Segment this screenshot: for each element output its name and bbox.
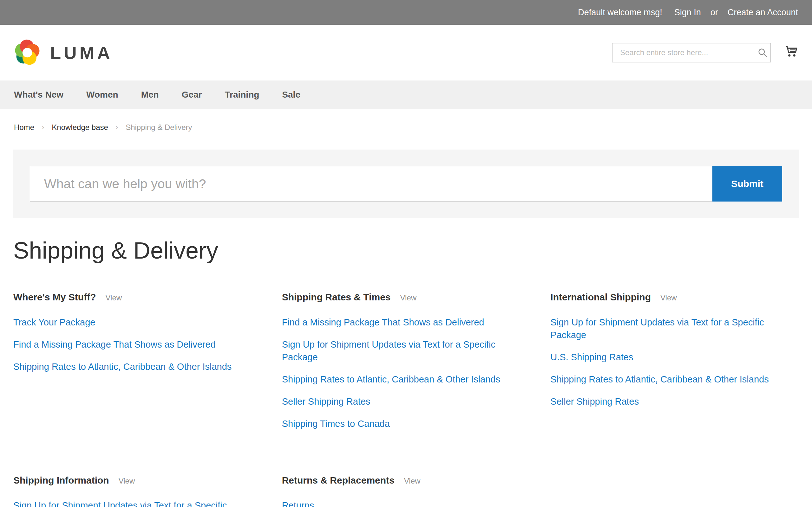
view-link[interactable]: View	[404, 476, 420, 486]
article-link[interactable]: Shipping Rates to Atlantic, Caribbean & …	[550, 374, 768, 384]
article-link[interactable]: Seller Shipping Rates	[282, 396, 370, 406]
category-returns-replacements: Returns & Replacements View Returns	[282, 475, 530, 507]
category-grid: Where's My Stuff? View Track Your Packag…	[13, 292, 799, 507]
category-shipping-information: Shipping Information View Sign Up for Sh…	[13, 475, 262, 507]
article-link[interactable]: Returns	[282, 500, 314, 507]
nav-item-training[interactable]: Training	[224, 90, 259, 100]
list-item: Sign Up for Shipment Updates via Text fo…	[550, 316, 799, 341]
page-title: Shipping & Delivery	[13, 237, 799, 264]
sign-in-link[interactable]: Sign In	[674, 8, 701, 17]
nav-item-men[interactable]: Men	[141, 90, 159, 100]
category-title: Shipping Information	[13, 475, 109, 486]
view-link[interactable]: View	[660, 293, 677, 302]
submit-button[interactable]: Submit	[712, 166, 782, 202]
chevron-right-icon: ›	[42, 123, 44, 131]
category-title: Shipping Rates & Times	[282, 292, 391, 302]
list-item: Sign Up for Shipment Updates via Text fo…	[13, 499, 262, 507]
breadcrumb-knowledge-base[interactable]: Knowledge base	[52, 123, 108, 132]
list-item: Shipping Times to Canada	[282, 417, 530, 430]
article-link[interactable]: Shipping Rates to Atlantic, Caribbean & …	[13, 361, 232, 372]
article-link[interactable]: Find a Missing Package That Shows as Del…	[282, 317, 484, 327]
breadcrumb-home[interactable]: Home	[14, 123, 34, 132]
article-link[interactable]: Find a Missing Package That Shows as Del…	[13, 339, 216, 349]
category-title: Where's My Stuff?	[13, 292, 96, 302]
view-link[interactable]: View	[400, 293, 417, 302]
header: LUMA	[0, 25, 812, 80]
create-account-link[interactable]: Create an Account	[728, 8, 798, 17]
help-search-box: Submit	[13, 150, 799, 218]
main-nav: What's New Women Men Gear Training Sale	[0, 80, 812, 109]
category-shipping-rates-times: Shipping Rates & Times View Find a Missi…	[282, 292, 530, 440]
list-item: Sign Up for Shipment Updates via Text fo…	[282, 338, 530, 363]
list-item: Find a Missing Package That Shows as Del…	[13, 338, 262, 351]
list-item: Seller Shipping Rates	[550, 395, 799, 408]
view-link[interactable]: View	[119, 476, 135, 486]
view-link[interactable]: View	[105, 293, 122, 302]
list-item: Shipping Rates to Atlantic, Caribbean & …	[282, 373, 530, 386]
list-item: Shipping Rates to Atlantic, Caribbean & …	[550, 373, 799, 386]
list-item: Returns	[282, 499, 530, 507]
article-link[interactable]: Shipping Rates to Atlantic, Caribbean & …	[282, 374, 500, 384]
luma-logo-icon	[13, 39, 41, 66]
cart-icon[interactable]	[784, 44, 799, 59]
category-title: Returns & Replacements	[282, 475, 395, 486]
store-search	[612, 43, 771, 62]
list-item: Track Your Package	[13, 316, 262, 329]
nav-item-women[interactable]: Women	[86, 90, 118, 100]
category-title: International Shipping	[550, 292, 651, 302]
store-search-input[interactable]	[612, 43, 771, 62]
help-search-input[interactable]	[30, 166, 712, 202]
category-wheres-my-stuff: Where's My Stuff? View Track Your Packag…	[13, 292, 262, 383]
list-item: Shipping Rates to Atlantic, Caribbean & …	[13, 360, 262, 373]
article-link[interactable]: Sign Up for Shipment Updates via Text fo…	[282, 339, 496, 362]
nav-item-sale[interactable]: Sale	[282, 90, 300, 100]
logo-text: LUMA	[50, 43, 113, 63]
article-link[interactable]: Shipping Times to Canada	[282, 418, 390, 429]
article-link[interactable]: Sign Up for Shipment Updates via Text fo…	[550, 317, 764, 340]
article-link[interactable]: Track Your Package	[13, 317, 95, 327]
list-item: Seller Shipping Rates	[282, 395, 530, 408]
top-bar: Default welcome msg! Sign In or Create a…	[0, 0, 812, 25]
list-item: Find a Missing Package That Shows as Del…	[282, 316, 530, 329]
nav-item-gear[interactable]: Gear	[182, 90, 202, 100]
luma-logo[interactable]: LUMA	[13, 39, 113, 66]
article-link[interactable]: Sign Up for Shipment Updates via Text fo…	[13, 500, 227, 507]
article-link[interactable]: Seller Shipping Rates	[550, 396, 639, 406]
welcome-message: Default welcome msg!	[578, 8, 662, 17]
or-text: or	[711, 8, 718, 17]
category-international-shipping: International Shipping View Sign Up for …	[550, 292, 799, 417]
breadcrumb: Home › Knowledge base › Shipping & Deliv…	[0, 109, 812, 132]
list-item: U.S. Shipping Rates	[550, 351, 799, 363]
article-link[interactable]: U.S. Shipping Rates	[550, 352, 633, 362]
search-icon[interactable]	[757, 48, 768, 58]
chevron-right-icon: ›	[116, 123, 118, 131]
breadcrumb-current: Shipping & Delivery	[125, 123, 192, 132]
nav-item-whats-new[interactable]: What's New	[14, 90, 63, 100]
